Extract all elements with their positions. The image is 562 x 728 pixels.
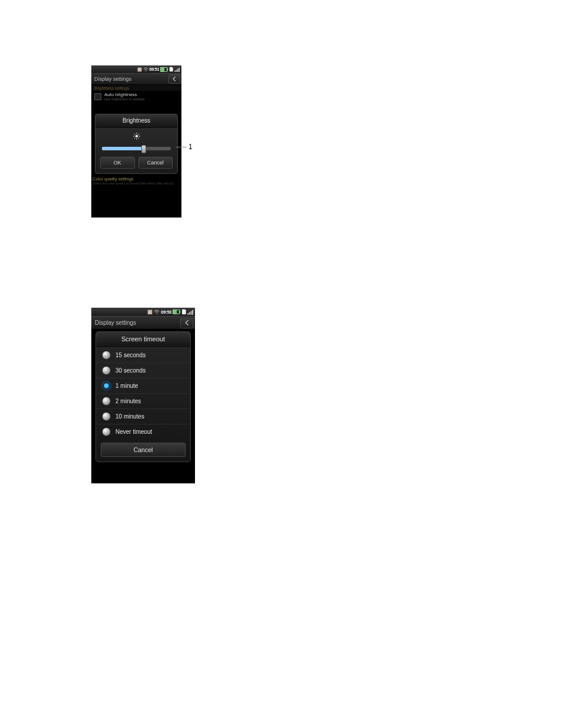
cancel-button[interactable]: Cancel bbox=[101, 443, 186, 457]
sd-icon bbox=[168, 67, 173, 72]
status-time: 09:51 bbox=[150, 67, 159, 71]
svg-rect-18 bbox=[189, 312, 190, 315]
checkbox[interactable] bbox=[94, 93, 101, 100]
timeout-option-10m[interactable]: 10 minutes bbox=[96, 409, 190, 424]
signal-icon bbox=[174, 67, 180, 72]
svg-line-14 bbox=[138, 134, 139, 135]
sim-icon bbox=[147, 309, 153, 315]
annotation-label-1: 1 bbox=[189, 143, 193, 151]
cancel-button[interactable]: Cancel bbox=[138, 157, 173, 169]
svg-point-1 bbox=[145, 70, 146, 71]
row-sublabel: Use brightness in settings bbox=[104, 97, 145, 101]
annotation-leader-line bbox=[176, 147, 187, 147]
screenshot-brightness: 09:51 Display settings Brightness settin… bbox=[91, 65, 181, 218]
row-label: Auto brightness bbox=[104, 92, 137, 97]
brightness-dialog: Brightness OK Cancel bbox=[95, 114, 178, 174]
signal-icon bbox=[187, 309, 194, 315]
radio-button[interactable] bbox=[102, 351, 111, 360]
svg-rect-2 bbox=[174, 70, 176, 71]
option-label: 1 minute bbox=[115, 383, 138, 389]
back-button[interactable] bbox=[168, 74, 180, 84]
radio-button[interactable] bbox=[102, 427, 111, 436]
timeout-option-30s[interactable]: 30 seconds bbox=[96, 363, 190, 378]
page-title: Display settings bbox=[94, 76, 131, 82]
timeout-option-15s[interactable]: 15 seconds bbox=[96, 347, 190, 363]
screen-timeout-dialog: Screen timeout 15 seconds 30 seconds 1 m… bbox=[95, 331, 191, 462]
brightness-icon bbox=[95, 128, 177, 144]
sd-icon bbox=[181, 309, 186, 315]
svg-rect-5 bbox=[178, 67, 180, 71]
radio-button-selected[interactable] bbox=[102, 381, 111, 390]
svg-rect-15 bbox=[148, 309, 152, 314]
color-quality-sub: Select the color quality of phone(Take e… bbox=[92, 182, 180, 186]
battery-icon bbox=[160, 67, 167, 72]
timeout-option-never[interactable]: Never timeout bbox=[96, 424, 190, 439]
svg-rect-19 bbox=[191, 311, 192, 314]
option-label: Never timeout bbox=[115, 429, 152, 435]
radio-button[interactable] bbox=[102, 412, 111, 421]
status-bar: 09:51 bbox=[91, 65, 181, 73]
option-label: 30 seconds bbox=[115, 367, 146, 374]
sim-icon bbox=[137, 67, 142, 72]
radio-button[interactable] bbox=[102, 397, 111, 406]
svg-line-11 bbox=[134, 134, 135, 135]
screenshot-screen-timeout: 09:53 Display settings Screen timeout 15… bbox=[91, 308, 195, 483]
option-label: 2 minutes bbox=[115, 398, 141, 404]
auto-brightness-row[interactable]: Auto brightness Use brightness in settin… bbox=[91, 91, 181, 102]
section-header: Brightness settings bbox=[91, 85, 181, 91]
timeout-option-2m[interactable]: 2 minutes bbox=[96, 393, 190, 409]
page-title: Display settings bbox=[95, 319, 136, 326]
radio-button[interactable] bbox=[102, 366, 111, 375]
back-button[interactable] bbox=[180, 318, 193, 328]
slider-thumb[interactable] bbox=[141, 145, 146, 153]
svg-rect-0 bbox=[137, 67, 141, 71]
ok-button[interactable]: OK bbox=[100, 157, 135, 169]
row-text: Auto brightness Use brightness in settin… bbox=[104, 92, 145, 101]
title-bar: Display settings bbox=[91, 316, 195, 330]
slider-track[interactable] bbox=[101, 146, 171, 151]
status-time: 09:53 bbox=[161, 309, 171, 315]
dialog-title: Screen timeout bbox=[96, 332, 190, 347]
svg-rect-3 bbox=[176, 70, 177, 72]
wifi-icon bbox=[143, 67, 148, 72]
battery-icon bbox=[173, 309, 180, 314]
dialog-title: Brightness bbox=[95, 114, 177, 128]
svg-point-6 bbox=[135, 135, 138, 138]
timeout-option-1m[interactable]: 1 minute bbox=[96, 378, 190, 393]
dialog-button-row: OK Cancel bbox=[95, 157, 177, 173]
svg-rect-17 bbox=[187, 313, 189, 315]
status-bar: 09:53 bbox=[91, 308, 195, 316]
timeout-option-list: 15 seconds 30 seconds 1 minute 2 minutes… bbox=[96, 347, 190, 439]
chevron-left-icon bbox=[185, 320, 189, 325]
background-setting: Color quality settings Select the color … bbox=[92, 176, 180, 186]
svg-rect-4 bbox=[177, 68, 178, 72]
svg-line-13 bbox=[134, 138, 135, 139]
wifi-icon bbox=[154, 309, 160, 315]
brightness-slider[interactable] bbox=[95, 144, 177, 157]
option-label: 15 seconds bbox=[115, 352, 146, 358]
title-bar: Display settings bbox=[91, 73, 181, 85]
chevron-left-icon bbox=[173, 77, 176, 81]
color-quality-header: Color quality settings bbox=[92, 176, 180, 182]
option-label: 10 minutes bbox=[115, 413, 144, 420]
svg-rect-20 bbox=[192, 309, 193, 314]
svg-point-16 bbox=[156, 313, 157, 314]
svg-line-12 bbox=[138, 138, 139, 139]
